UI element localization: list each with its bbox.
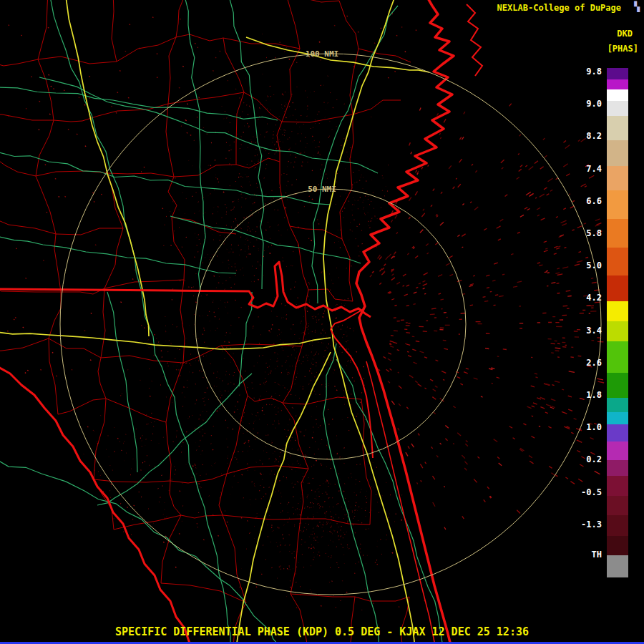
state-coast-borders-layer xyxy=(0,0,482,644)
product-code: DKD xyxy=(617,29,633,39)
radar-map: 100 NMI 50 NMI xyxy=(0,0,644,644)
colorbar-tick: 7.4 xyxy=(567,164,602,174)
radar-echo-layer xyxy=(7,14,604,610)
colorbar-tick: 2.6 xyxy=(567,358,602,368)
colorbar-tick: 6.6 xyxy=(567,196,602,206)
colorbar xyxy=(607,68,628,577)
colorbar-tick: 5.8 xyxy=(567,228,602,238)
rivers-layer xyxy=(0,0,444,644)
radar-display: 100 NMI 50 NMI NEXLAB-College of DuPage … xyxy=(0,0,644,644)
colorbar-tick: 1.0 xyxy=(567,422,602,432)
cod-logo-icon: ▚ xyxy=(634,1,640,12)
threshold-label: TH xyxy=(567,550,602,560)
colorbar-tick: 3.4 xyxy=(567,326,602,336)
colorbar-tick: 1.8 xyxy=(567,390,602,400)
colorbar-tick: 9.0 xyxy=(567,99,602,109)
product-units: [PHAS] xyxy=(608,44,638,54)
colorbar-tick: 9.8 xyxy=(567,67,602,77)
colorbar-tick: -0.5 xyxy=(567,487,602,497)
range-ring-label-100nmi: 100 NMI xyxy=(306,49,338,59)
colorbar-tick: 0.2 xyxy=(567,454,602,464)
colorbar-tick: 4.2 xyxy=(567,293,602,303)
range-ring-label-50nmi: 50 NMI xyxy=(308,185,336,194)
colorbar-tick: 8.2 xyxy=(567,131,602,141)
status-bar: SPECIFIC DIFFERENTIAL PHASE (KDP) 0.5 DE… xyxy=(0,625,644,638)
branding-text: NEXLAB-College of DuPage xyxy=(497,3,621,13)
colorbar-tick: 5.0 xyxy=(567,260,602,270)
colorbar-tick: -1.3 xyxy=(567,519,602,530)
county-lines-layer xyxy=(0,0,411,644)
